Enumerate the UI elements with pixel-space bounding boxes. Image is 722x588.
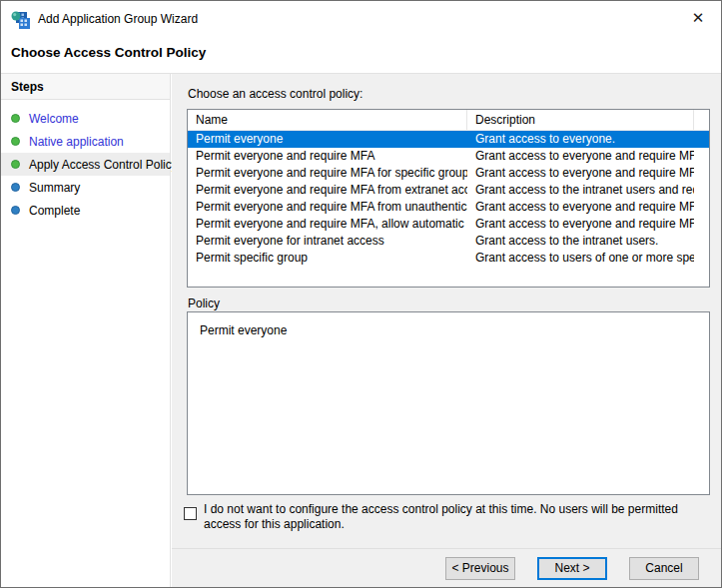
column-header-name[interactable]: Name <box>188 110 467 130</box>
cell-name: Permit everyone for intranet access <box>188 233 467 250</box>
table-header: Name Description <box>188 110 709 131</box>
table-row[interactable]: Permit everyone and require MFA, allow a… <box>188 216 709 233</box>
step-bullet-icon <box>11 114 20 123</box>
cell-name: Permit everyone and require MFA for spec… <box>188 165 467 182</box>
table-row[interactable]: Permit everyone and require MFA from ext… <box>188 182 709 199</box>
steps-list: WelcomeNative applicationApply Access Co… <box>1 100 170 222</box>
steps-header: Steps <box>1 74 170 100</box>
step-bullet-icon <box>11 160 20 169</box>
cancel-button[interactable]: Cancel <box>629 557 699 580</box>
sidebar-item-native-application[interactable]: Native application <box>1 130 170 153</box>
skip-policy-row: I do not want to configure the access co… <box>184 502 722 531</box>
policy-label: Policy <box>188 296 220 310</box>
step-label: Apply Access Control Policy <box>29 158 178 172</box>
page-title: Choose Access Control Policy <box>11 45 206 60</box>
steps-sidebar: Steps WelcomeNative applicationApply Acc… <box>1 74 171 587</box>
table-row[interactable]: Permit everyoneGrant access to everyone. <box>188 131 709 148</box>
policy-list-label: Choose an access control policy: <box>188 87 362 101</box>
sidebar-item-welcome[interactable]: Welcome <box>1 107 170 130</box>
table-row[interactable]: Permit everyone for intranet accessGrant… <box>188 233 709 250</box>
step-label: Complete <box>29 204 80 218</box>
close-icon[interactable]: ✕ <box>675 1 721 35</box>
step-label[interactable]: Welcome <box>29 112 79 126</box>
footer-button-bar: < PreviousNext >Cancel <box>172 548 721 587</box>
table-row[interactable]: Permit specific groupGrant access to use… <box>188 250 709 267</box>
window-title: Add Application Group Wizard <box>38 12 198 26</box>
table-body: Permit everyoneGrant access to everyone.… <box>188 131 709 267</box>
table-row[interactable]: Permit everyone and require MFAGrant acc… <box>188 148 709 165</box>
cell-description: Grant access to everyone and require MFA… <box>467 165 694 182</box>
step-label[interactable]: Native application <box>29 135 124 149</box>
adfs-app-icon <box>11 10 30 29</box>
policy-box: Permit everyone <box>187 311 710 495</box>
skip-policy-label: I do not want to configure the access co… <box>204 502 715 531</box>
sidebar-item-complete: Complete <box>1 199 170 222</box>
cell-description: Grant access to everyone. <box>467 131 694 148</box>
access-control-policy-table: Name Description Permit everyoneGrant ac… <box>187 109 710 288</box>
policy-value: Permit everyone <box>200 323 287 337</box>
column-header-description[interactable]: Description <box>467 110 694 130</box>
title-bar: Add Application Group Wizard ✕ <box>1 1 721 37</box>
step-label: Summary <box>29 181 80 195</box>
cell-name: Permit everyone and require MFA from una… <box>188 199 467 216</box>
cell-name: Permit everyone and require MFA, allow a… <box>188 216 467 233</box>
skip-policy-checkbox[interactable] <box>184 507 197 520</box>
cell-name: Permit specific group <box>188 250 467 267</box>
table-row[interactable]: Permit everyone and require MFA from una… <box>188 199 709 216</box>
cell-description: Grant access to everyone and require MFA… <box>467 148 694 165</box>
main-panel: Choose an access control policy: Name De… <box>172 74 721 548</box>
step-bullet-icon <box>11 137 20 146</box>
cell-name: Permit everyone and require MFA from ext… <box>188 182 467 199</box>
sidebar-item-apply-access-control-policy: Apply Access Control Policy <box>1 153 170 176</box>
cell-description: Grant access to users of one or more spe… <box>467 250 694 267</box>
wizard-dialog: Add Application Group Wizard ✕ Choose Ac… <box>0 0 722 588</box>
cell-name: Permit everyone and require MFA <box>188 148 467 165</box>
column-header-filler <box>694 110 709 130</box>
cell-description: Grant access to the intranet users. <box>467 233 694 250</box>
sidebar-item-summary: Summary <box>1 176 170 199</box>
cell-name: Permit everyone <box>188 131 467 148</box>
cell-description: Grant access to the intranet users and r… <box>467 182 694 199</box>
step-bullet-icon <box>11 206 20 215</box>
table-row[interactable]: Permit everyone and require MFA for spec… <box>188 165 709 182</box>
previous-button[interactable]: < Previous <box>445 557 515 580</box>
cell-description: Grant access to everyone and require MFA… <box>467 216 694 233</box>
cell-description: Grant access to everyone and require MFA… <box>467 199 694 216</box>
step-bullet-icon <box>11 183 20 192</box>
next-button[interactable]: Next > <box>537 557 607 580</box>
